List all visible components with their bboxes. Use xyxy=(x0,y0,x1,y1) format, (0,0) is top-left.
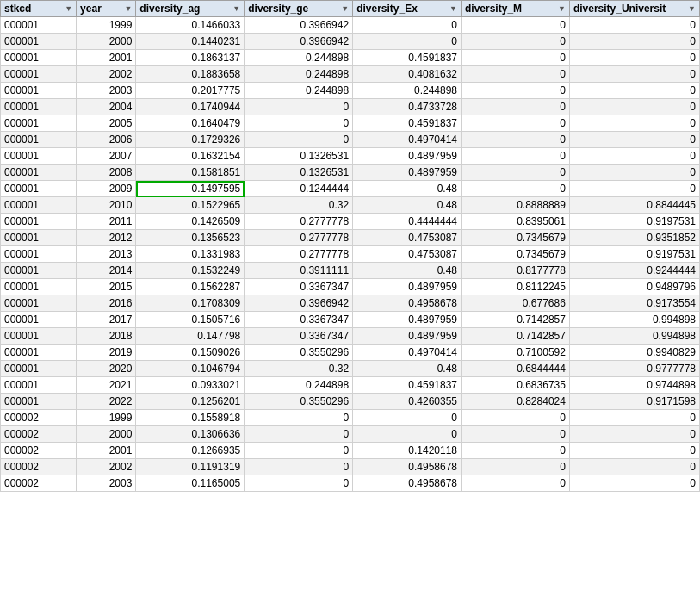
cell-stkcd[interactable]: 000001 xyxy=(1,99,77,115)
cell-diversity_ge[interactable]: 0.3966942 xyxy=(245,295,353,312)
cell-diversity_M[interactable]: 0.7142857 xyxy=(462,312,570,328)
cell-diversity_ag[interactable]: 0.1165005 xyxy=(136,475,245,492)
cell-diversity_ge[interactable]: 0.2777778 xyxy=(245,214,353,230)
col-header-diversity_M[interactable]: diversity_M▼ xyxy=(462,1,570,17)
cell-year[interactable]: 2005 xyxy=(77,115,136,132)
cell-diversity_ag[interactable]: 0.1740944 xyxy=(136,99,245,115)
cell-diversity_ag[interactable]: 0.1509026 xyxy=(136,345,245,361)
cell-diversity_Universit[interactable]: 0 xyxy=(569,459,699,475)
cell-diversity_ag[interactable]: 0.1046794 xyxy=(136,361,245,377)
cell-year[interactable]: 2020 xyxy=(77,361,136,377)
cell-diversity_ag[interactable]: 0.1863137 xyxy=(136,50,245,66)
cell-diversity_Universit[interactable]: 0.9744898 xyxy=(569,377,699,394)
cell-diversity_M[interactable]: 0.7100592 xyxy=(462,345,570,361)
cell-year[interactable]: 2017 xyxy=(77,312,136,328)
cell-stkcd[interactable]: 000001 xyxy=(1,377,77,394)
cell-diversity_ge[interactable]: 0.3966942 xyxy=(245,17,353,34)
cell-diversity_Ex[interactable]: 0.4591837 xyxy=(353,115,462,132)
cell-diversity_ag[interactable]: 0.1562287 xyxy=(136,279,245,295)
cell-stkcd[interactable]: 000001 xyxy=(1,17,77,34)
cell-diversity_ge[interactable]: 0 xyxy=(245,426,353,443)
cell-diversity_ag[interactable]: 0.1883658 xyxy=(136,66,245,83)
cell-diversity_Ex[interactable]: 0.4958678 xyxy=(353,295,462,312)
cell-year[interactable]: 1999 xyxy=(77,410,136,426)
cell-diversity_Universit[interactable]: 0.9351852 xyxy=(569,230,699,246)
cell-year[interactable]: 2022 xyxy=(77,394,136,410)
cell-diversity_M[interactable]: 0.677686 xyxy=(462,295,570,312)
cell-diversity_ge[interactable]: 0.3550296 xyxy=(245,394,353,410)
cell-diversity_ag[interactable]: 0.1466033 xyxy=(136,17,245,34)
cell-stkcd[interactable]: 000001 xyxy=(1,197,77,214)
cell-diversity_Ex[interactable]: 0.4897959 xyxy=(353,279,462,295)
cell-diversity_Ex[interactable]: 0.1420118 xyxy=(353,443,462,459)
cell-diversity_Ex[interactable]: 0.48 xyxy=(353,361,462,377)
cell-diversity_Universit[interactable]: 0.994898 xyxy=(569,312,699,328)
cell-diversity_Universit[interactable]: 0 xyxy=(569,148,699,165)
cell-year[interactable]: 2013 xyxy=(77,246,136,263)
cell-diversity_M[interactable]: 0.8395061 xyxy=(462,214,570,230)
cell-stkcd[interactable]: 000002 xyxy=(1,410,77,426)
cell-diversity_ge[interactable]: 0 xyxy=(245,443,353,459)
cell-diversity_Ex[interactable]: 0.4591837 xyxy=(353,377,462,394)
cell-year[interactable]: 2001 xyxy=(77,50,136,66)
cell-diversity_ge[interactable]: 0.3367347 xyxy=(245,312,353,328)
cell-diversity_Ex[interactable]: 0 xyxy=(353,34,462,50)
cell-year[interactable]: 2014 xyxy=(77,263,136,279)
cell-diversity_M[interactable]: 0 xyxy=(462,181,570,197)
cell-year[interactable]: 2000 xyxy=(77,34,136,50)
cell-diversity_Ex[interactable]: 0.4897959 xyxy=(353,312,462,328)
filter-icon[interactable]: ▼ xyxy=(124,4,132,13)
cell-diversity_M[interactable]: 0 xyxy=(462,66,570,83)
cell-diversity_ag[interactable]: 0.2017775 xyxy=(136,83,245,99)
cell-diversity_ag[interactable]: 0.1256201 xyxy=(136,394,245,410)
cell-diversity_ag[interactable]: 0.1532249 xyxy=(136,263,245,279)
cell-diversity_ag[interactable]: 0.1426509 xyxy=(136,214,245,230)
cell-diversity_Ex[interactable]: 0.4970414 xyxy=(353,132,462,148)
cell-stkcd[interactable]: 000002 xyxy=(1,475,77,492)
cell-diversity_ag[interactable]: 0.147798 xyxy=(136,328,245,345)
cell-diversity_ag[interactable]: 0.1581851 xyxy=(136,165,245,181)
cell-stkcd[interactable]: 000001 xyxy=(1,83,77,99)
cell-stkcd[interactable]: 000002 xyxy=(1,443,77,459)
cell-diversity_M[interactable]: 0.6836735 xyxy=(462,377,570,394)
col-header-diversity_ag[interactable]: diversity_ag▼ xyxy=(136,1,245,17)
cell-diversity_Universit[interactable]: 0 xyxy=(569,17,699,34)
cell-diversity_ge[interactable]: 0 xyxy=(245,99,353,115)
cell-year[interactable]: 2002 xyxy=(77,66,136,83)
cell-stkcd[interactable]: 000001 xyxy=(1,181,77,197)
cell-diversity_ge[interactable]: 0 xyxy=(245,475,353,492)
cell-year[interactable]: 2015 xyxy=(77,279,136,295)
cell-diversity_M[interactable]: 0 xyxy=(462,115,570,132)
cell-diversity_M[interactable]: 0.8177778 xyxy=(462,263,570,279)
cell-year[interactable]: 2018 xyxy=(77,328,136,345)
filter-icon[interactable]: ▼ xyxy=(341,4,349,13)
cell-diversity_Ex[interactable]: 0.4958678 xyxy=(353,475,462,492)
cell-year[interactable]: 2021 xyxy=(77,377,136,394)
filter-icon[interactable]: ▼ xyxy=(558,4,566,13)
cell-diversity_ge[interactable]: 0 xyxy=(245,132,353,148)
cell-stkcd[interactable]: 000001 xyxy=(1,50,77,66)
cell-year[interactable]: 2004 xyxy=(77,99,136,115)
cell-stkcd[interactable]: 000001 xyxy=(1,132,77,148)
cell-diversity_Universit[interactable]: 0.994898 xyxy=(569,328,699,345)
cell-stkcd[interactable]: 000001 xyxy=(1,279,77,295)
cell-diversity_ge[interactable]: 0.3911111 xyxy=(245,263,353,279)
cell-year[interactable]: 2001 xyxy=(77,443,136,459)
cell-diversity_Ex[interactable]: 0 xyxy=(353,410,462,426)
cell-diversity_Universit[interactable]: 0 xyxy=(569,132,699,148)
cell-diversity_ge[interactable]: 0.3966942 xyxy=(245,34,353,50)
cell-diversity_Universit[interactable]: 0 xyxy=(569,426,699,443)
cell-diversity_M[interactable]: 0.8284024 xyxy=(462,394,570,410)
cell-diversity_M[interactable]: 0.8112245 xyxy=(462,279,570,295)
cell-diversity_M[interactable]: 0.7345679 xyxy=(462,246,570,263)
cell-diversity_Universit[interactable]: 0 xyxy=(569,83,699,99)
cell-diversity_ge[interactable]: 0.2777778 xyxy=(245,246,353,263)
cell-diversity_M[interactable]: 0 xyxy=(462,17,570,34)
cell-year[interactable]: 2003 xyxy=(77,83,136,99)
cell-diversity_ge[interactable]: 0.3367347 xyxy=(245,328,353,345)
cell-year[interactable]: 2007 xyxy=(77,148,136,165)
cell-diversity_ge[interactable]: 0.1326531 xyxy=(245,165,353,181)
cell-diversity_ag[interactable]: 0.1522965 xyxy=(136,197,245,214)
cell-stkcd[interactable]: 000001 xyxy=(1,246,77,263)
cell-stkcd[interactable]: 000001 xyxy=(1,230,77,246)
